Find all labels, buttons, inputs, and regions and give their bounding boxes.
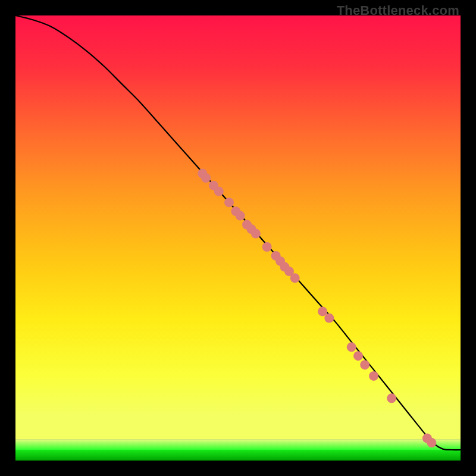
sample-point xyxy=(236,211,245,221)
plot-area xyxy=(15,15,461,461)
sample-point xyxy=(290,273,300,283)
sample-point xyxy=(262,242,272,252)
sample-point xyxy=(360,360,369,369)
gradient-background xyxy=(15,15,461,439)
sample-point xyxy=(369,371,378,381)
green-band-lower xyxy=(15,450,461,461)
sample-point xyxy=(387,393,396,403)
chart-stage: TheBottleneck.com xyxy=(0,0,476,476)
sample-point xyxy=(324,314,334,323)
green-band-upper xyxy=(15,439,461,450)
sample-point xyxy=(347,342,356,352)
watermark-text: TheBottleneck.com xyxy=(337,3,459,18)
sample-point xyxy=(427,438,436,447)
sample-point xyxy=(201,173,211,183)
sample-point xyxy=(251,229,261,239)
sample-point xyxy=(214,187,224,196)
plot-svg xyxy=(15,15,461,461)
sample-point xyxy=(353,351,363,361)
sample-point xyxy=(224,198,234,207)
